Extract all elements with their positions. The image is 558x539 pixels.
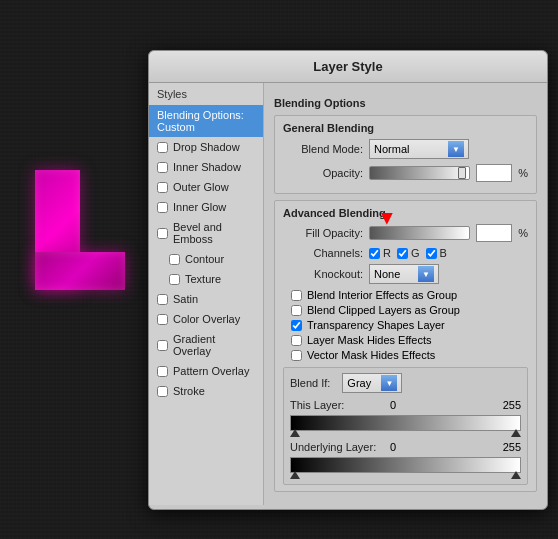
sidebar-item-inner-glow[interactable]: Inner Glow	[149, 197, 263, 217]
sidebar-item-pattern-overlay-label: Pattern Overlay	[173, 365, 249, 377]
advanced-blending-section: Advanced Blending Fill Opacity: ▲ 0 %	[274, 200, 537, 492]
satin-checkbox[interactable]	[157, 294, 168, 305]
blend-interior-checkbox[interactable]	[291, 290, 302, 301]
channels-checkboxes: R G B	[369, 247, 447, 259]
opacity-input[interactable]: 100	[476, 164, 512, 182]
this-layer-handle-right[interactable]	[511, 429, 521, 437]
fill-opacity-slider-container: ▲	[369, 226, 470, 240]
opacity-slider[interactable]	[369, 166, 470, 180]
sidebar-item-color-overlay-label: Color Overlay	[173, 313, 240, 325]
fill-opacity-input[interactable]: 0	[476, 224, 512, 242]
opacity-thumb[interactable]	[458, 167, 466, 179]
sidebar-item-bevel-emboss-label: Bevel and Emboss	[173, 221, 255, 245]
this-layer-gradient-bar[interactable]	[290, 415, 521, 431]
fill-opacity-slider[interactable]	[369, 226, 470, 240]
underlying-layer-gradient-bar[interactable]	[290, 457, 521, 473]
main-panel: Blending Options General Blending Blend …	[264, 83, 547, 505]
sidebar-item-outer-glow-label: Outer Glow	[173, 181, 229, 193]
sidebar-item-satin[interactable]: Satin	[149, 289, 263, 309]
blend-options-checkboxes: Blend Interior Effects as Group Blend Cl…	[283, 289, 528, 361]
opacity-label: Opacity:	[283, 167, 363, 179]
inner-glow-checkbox[interactable]	[157, 202, 168, 213]
sidebar-item-gradient-overlay-label: Gradient Overlay	[173, 333, 255, 357]
underlying-layer-label-row: Underlying Layer: 0 255	[290, 441, 521, 453]
channel-g-text: G	[411, 247, 420, 259]
sidebar-item-satin-label: Satin	[173, 293, 198, 305]
l-horizontal-bar	[35, 252, 125, 290]
knockout-arrow: ▼	[418, 266, 434, 282]
sidebar-item-outer-glow[interactable]: Outer Glow	[149, 177, 263, 197]
underlying-layer-handle-right[interactable]	[511, 471, 521, 479]
styles-header: Styles	[149, 83, 263, 105]
sidebar-item-drop-shadow-label: Drop Shadow	[173, 141, 240, 153]
channel-b-text: B	[440, 247, 447, 259]
knockout-label: Knockout:	[283, 268, 363, 280]
sidebar-item-stroke[interactable]: Stroke	[149, 381, 263, 401]
outer-glow-checkbox[interactable]	[157, 182, 168, 193]
bevel-emboss-checkbox[interactable]	[157, 228, 168, 239]
vector-mask-hides-checkbox[interactable]	[291, 350, 302, 361]
sidebar-item-contour[interactable]: Contour	[149, 249, 263, 269]
channel-g-checkbox[interactable]	[397, 248, 408, 259]
sidebar-item-texture[interactable]: Texture	[149, 269, 263, 289]
sidebar-item-inner-shadow[interactable]: Inner Shadow	[149, 157, 263, 177]
blend-mode-row: Blend Mode: Normal ▼	[283, 139, 528, 159]
transparency-shapes-label: Transparency Shapes Layer	[307, 319, 445, 331]
blend-clipped-label: Blend Clipped Layers as Group	[307, 304, 460, 316]
underlying-layer-handle-left[interactable]	[290, 471, 300, 479]
this-layer-min: 0	[380, 399, 396, 411]
opacity-row: Opacity: 100 %	[283, 164, 528, 182]
vector-mask-hides-row: Vector Mask Hides Effects	[283, 349, 528, 361]
this-layer-max: 255	[503, 399, 521, 411]
knockout-dropdown[interactable]: None ▼	[369, 264, 439, 284]
this-layer-handle-left[interactable]	[290, 429, 300, 437]
pattern-overlay-checkbox[interactable]	[157, 366, 168, 377]
sidebar-item-drop-shadow[interactable]: Drop Shadow	[149, 137, 263, 157]
sidebar-item-bevel-emboss[interactable]: Bevel and Emboss	[149, 217, 263, 249]
sidebar-item-blending-options-label: Blending Options: Custom	[157, 109, 255, 133]
blend-mode-dropdown[interactable]: Normal ▼	[369, 139, 469, 159]
dialog-body: Styles Blending Options: Custom Drop Sha…	[149, 83, 547, 505]
blend-if-dropdown[interactable]: Gray ▼	[342, 373, 402, 393]
inner-shadow-checkbox[interactable]	[157, 162, 168, 173]
channel-r-label[interactable]: R	[369, 247, 391, 259]
blending-options-header: Blending Options	[274, 97, 537, 109]
blend-if-row: Blend If: Gray ▼	[290, 373, 521, 393]
this-layer-label: This Layer:	[290, 399, 380, 411]
transparency-shapes-checkbox[interactable]	[291, 320, 302, 331]
sidebar-item-contour-label: Contour	[185, 253, 224, 265]
this-layer-section: This Layer: 0 255	[290, 399, 521, 431]
sidebar: Styles Blending Options: Custom Drop Sha…	[149, 83, 264, 505]
blend-mode-value: Normal	[374, 143, 409, 155]
fill-slider-wrapper: ▲	[369, 226, 470, 240]
general-blending-label: General Blending	[283, 122, 528, 134]
channels-label: Channels:	[283, 247, 363, 259]
contour-checkbox[interactable]	[169, 254, 180, 265]
channel-g-label[interactable]: G	[397, 247, 420, 259]
sidebar-item-pattern-overlay[interactable]: Pattern Overlay	[149, 361, 263, 381]
sidebar-item-gradient-overlay[interactable]: Gradient Overlay	[149, 329, 263, 361]
underlying-layer-section: Underlying Layer: 0 255	[290, 441, 521, 473]
color-overlay-checkbox[interactable]	[157, 314, 168, 325]
layer-mask-hides-checkbox[interactable]	[291, 335, 302, 346]
texture-checkbox[interactable]	[169, 274, 180, 285]
channel-r-checkbox[interactable]	[369, 248, 380, 259]
sidebar-item-color-overlay[interactable]: Color Overlay	[149, 309, 263, 329]
blend-if-value: Gray	[347, 377, 371, 389]
general-blending-section: General Blending Blend Mode: Normal ▼ Op…	[274, 115, 537, 194]
gradient-overlay-checkbox[interactable]	[157, 340, 168, 351]
stroke-checkbox[interactable]	[157, 386, 168, 397]
blend-mode-label: Blend Mode:	[283, 143, 363, 155]
fill-opacity-row: Fill Opacity: ▲ 0 %	[283, 224, 528, 242]
underlying-layer-label: Underlying Layer:	[290, 441, 380, 453]
drop-shadow-checkbox[interactable]	[157, 142, 168, 153]
underlying-layer-max: 255	[503, 441, 521, 453]
channel-b-label[interactable]: B	[426, 247, 447, 259]
channel-b-checkbox[interactable]	[426, 248, 437, 259]
sidebar-item-blending-options[interactable]: Blending Options: Custom	[149, 105, 263, 137]
underlying-layer-gradient-bar-container	[290, 457, 521, 473]
blend-interior-row: Blend Interior Effects as Group	[283, 289, 528, 301]
channels-row: Channels: R G B	[283, 247, 528, 259]
blend-clipped-checkbox[interactable]	[291, 305, 302, 316]
dialog-title: Layer Style	[149, 51, 547, 83]
